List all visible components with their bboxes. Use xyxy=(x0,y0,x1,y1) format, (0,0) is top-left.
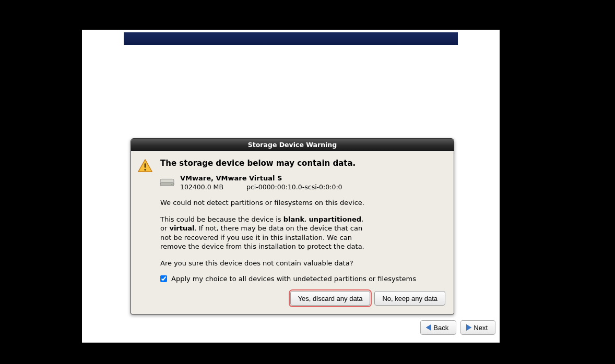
apply-all-checkbox-row[interactable]: Apply my choice to all devices with unde… xyxy=(160,275,446,283)
apply-all-label: Apply my choice to all devices with unde… xyxy=(171,275,416,283)
warning-para-1: We could not detect partitions or filesy… xyxy=(160,198,369,208)
device-size: 102400.0 MB xyxy=(180,183,223,191)
no-keep-button[interactable]: No, keep any data xyxy=(374,291,445,306)
back-button[interactable]: Back xyxy=(420,320,456,335)
next-button[interactable]: Next xyxy=(460,320,495,335)
nav-button-row: Back Next xyxy=(420,320,495,335)
device-name: VMware, VMware Virtual S xyxy=(180,174,342,182)
dialog-body: The storage device below may contain dat… xyxy=(131,151,454,314)
storage-warning-dialog: Storage Device Warning The storage devic… xyxy=(131,138,454,314)
warning-para-2: This could be because the device is blan… xyxy=(160,215,369,251)
device-meta: 102400.0 MB pci-0000:00:10.0-scsi-0:0:0:… xyxy=(180,183,342,191)
hard-drive-icon xyxy=(159,175,175,189)
svg-rect-0 xyxy=(145,163,146,167)
svg-point-4 xyxy=(171,184,172,185)
svg-point-1 xyxy=(144,169,146,171)
next-label: Next xyxy=(474,324,488,332)
back-label: Back xyxy=(433,324,448,332)
warning-triangle-icon xyxy=(137,159,153,173)
arrow-right-icon xyxy=(466,324,471,331)
arrow-left-icon xyxy=(426,324,431,331)
device-row: VMware, VMware Virtual S 102400.0 MB pci… xyxy=(160,174,446,191)
device-path: pci-0000:00:10.0-scsi-0:0:0:0 xyxy=(246,183,342,191)
warning-para-3: Are you sure this device does not contai… xyxy=(160,259,369,268)
apply-all-checkbox[interactable] xyxy=(160,275,167,282)
dialog-button-row: Yes, discard any data No, keep any data xyxy=(160,291,446,307)
yes-discard-button[interactable]: Yes, discard any data xyxy=(290,291,371,306)
dialog-heading: The storage device below may contain dat… xyxy=(160,159,446,168)
header-band xyxy=(124,32,458,45)
dialog-title: Storage Device Warning xyxy=(131,139,454,151)
